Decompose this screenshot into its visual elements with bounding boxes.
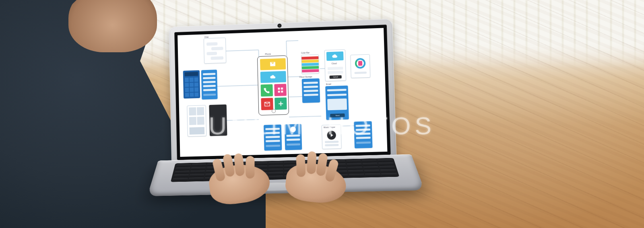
mockup-account[interactable]: [285, 124, 302, 150]
laptop-base: [147, 154, 425, 196]
color-bar-label: Color Bar: [301, 51, 310, 54]
play-icon: [331, 134, 333, 137]
ux-wireframe-canvas: Chat: [179, 30, 386, 155]
mockup-cloud-storage[interactable]: [302, 78, 320, 103]
mockup-chat-label: Chat: [204, 36, 208, 38]
mockup-chat[interactable]: [204, 37, 226, 64]
phone-prototype[interactable]: [257, 55, 289, 116]
plus-icon: [277, 100, 284, 107]
mockup-calculator[interactable]: [183, 70, 200, 99]
mockup-security[interactable]: [350, 54, 370, 78]
mockup-music-player[interactable]: Music Player: [322, 124, 342, 149]
mockup-options[interactable]: [264, 125, 282, 151]
avatar-icon: [290, 127, 296, 132]
send-button[interactable]: Send: [330, 113, 345, 117]
plus-tile[interactable]: [275, 97, 287, 110]
mockup-blank-screen[interactable]: [209, 105, 227, 136]
mockup-cloud-upload[interactable]: Cloud Upload: [324, 49, 346, 82]
upload-button[interactable]: Upload: [330, 75, 342, 79]
cloud-upload-title: Cloud: [332, 62, 337, 64]
cloud-icon: [266, 74, 280, 80]
cloud-storage-label: Cloud Storage: [299, 75, 312, 78]
mockup-gallery[interactable]: [187, 105, 206, 137]
keyboard[interactable]: [171, 158, 400, 182]
webcam-dot: [278, 25, 281, 27]
apps-tile[interactable]: [274, 84, 287, 96]
mail-icon: [264, 101, 270, 107]
mockup-settings[interactable]: [201, 70, 218, 99]
play-button[interactable]: [327, 131, 336, 140]
mockup-right-list[interactable]: [354, 121, 372, 148]
mockup-email-form[interactable]: Send: [325, 86, 349, 120]
phone-prototype-label: Phone: [265, 53, 270, 55]
lock-icon: [358, 61, 362, 66]
messages-tile[interactable]: [260, 58, 286, 70]
laptop-screen: Chat: [174, 25, 391, 160]
email-form-label: Email: [326, 83, 331, 85]
mail-tile[interactable]: [261, 98, 273, 110]
laptop-lid: Chat: [169, 19, 396, 166]
call-tile[interactable]: [261, 84, 273, 97]
grid-icon: [277, 86, 284, 93]
home-button[interactable]: [272, 109, 276, 113]
music-player-label: Music Player: [324, 126, 335, 129]
person-head: [68, 0, 157, 52]
cloud-tile[interactable]: [260, 71, 286, 83]
envelope-icon: [266, 61, 280, 67]
cloud-upload-icon: [332, 53, 338, 59]
mockup-color-bar[interactable]: [301, 54, 319, 74]
phone-icon: [263, 87, 270, 94]
